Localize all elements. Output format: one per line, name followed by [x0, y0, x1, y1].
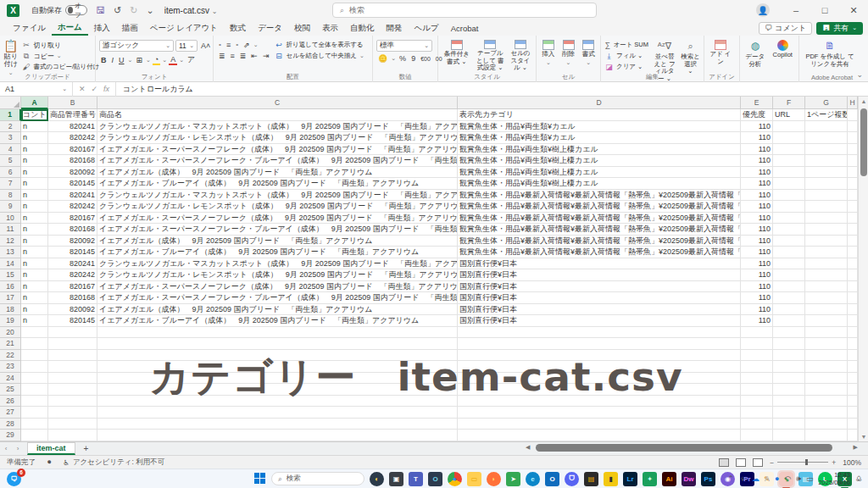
cell-F26[interactable]: [773, 396, 805, 408]
cell-G11[interactable]: [805, 224, 848, 236]
cell-A1[interactable]: コントロールカラム: [21, 109, 48, 121]
cell-A12[interactable]: n: [21, 236, 48, 247]
chat-app-icon[interactable]: 🗨6: [7, 472, 21, 486]
cell-B7[interactable]: 820145: [48, 178, 97, 190]
cell-B4[interactable]: 820167: [48, 144, 97, 156]
row-header-6[interactable]: 6: [0, 167, 21, 179]
blue-dot-icon[interactable]: ●: [775, 474, 779, 483]
undo-icon[interactable]: ↺: [114, 5, 121, 16]
cell-F1[interactable]: URL: [773, 109, 805, 121]
macro-record-icon[interactable]: ⏺: [47, 458, 51, 467]
cell-D2[interactable]: 観賞魚生体・用品¥両生類¥カエル: [458, 121, 741, 133]
cell-F8[interactable]: [773, 190, 805, 202]
orientation-icon[interactable]: ⇗: [242, 41, 252, 49]
cell-B22[interactable]: [48, 350, 97, 362]
cell-A22[interactable]: [21, 350, 48, 362]
cell-E9[interactable]: 110: [741, 201, 773, 213]
row-header-17[interactable]: 17: [0, 292, 21, 304]
cell-C1[interactable]: 商品名: [97, 109, 458, 121]
search-input[interactable]: ⌕ 検索: [332, 3, 597, 18]
cell-G19[interactable]: [805, 315, 848, 327]
row-header-13[interactable]: 13: [0, 247, 21, 258]
row-header-18[interactable]: 18: [0, 304, 21, 316]
cell-B2[interactable]: 820241: [48, 121, 97, 133]
cell-A21[interactable]: [21, 338, 48, 350]
cell-G5[interactable]: [805, 155, 848, 167]
cell-H10[interactable]: [848, 213, 858, 225]
dreamweaver-icon[interactable]: Dw: [682, 472, 696, 486]
cell-G23[interactable]: [805, 361, 848, 373]
cell-A14[interactable]: n: [21, 258, 48, 270]
cell-B25[interactable]: [48, 384, 97, 396]
insert-function-icon[interactable]: fx: [103, 85, 109, 93]
cell-G26[interactable]: [805, 396, 848, 408]
cell-C12[interactable]: イエアメガエル（成体） 9月 202509 国内ブリード 「両生類」アクアリウム: [97, 236, 458, 247]
italic-button[interactable]: I: [110, 56, 116, 64]
column-header-F[interactable]: F: [773, 97, 805, 109]
cell-D5[interactable]: 観賞魚生体・用品¥両生類¥樹上棲カエル: [458, 155, 741, 167]
cell-A28[interactable]: [21, 419, 48, 430]
cell-C20[interactable]: [97, 327, 458, 339]
align-top-icon[interactable]: ⹀: [217, 40, 223, 49]
onedrive-icon[interactable]: ☁: [752, 474, 760, 483]
outlook-icon[interactable]: O: [545, 472, 559, 486]
cell-E16[interactable]: 110: [741, 281, 773, 293]
quick-access-chevron-icon[interactable]: ⌄: [146, 5, 153, 16]
cell-B20[interactable]: [48, 327, 97, 339]
cell-E19[interactable]: 110: [741, 315, 773, 327]
cell-H8[interactable]: [848, 190, 858, 202]
cell-E18[interactable]: 110: [741, 304, 773, 316]
cell-F4[interactable]: [773, 144, 805, 156]
cell-C10[interactable]: イエアメガエル・スーパースノーフレーク（成体） 9月 202509 国内ブリード…: [97, 213, 458, 225]
cell-E15[interactable]: 110: [741, 269, 773, 281]
row-header-28[interactable]: 28: [0, 419, 21, 430]
cell-D16[interactable]: 国別直行便¥日本: [458, 281, 741, 293]
cell-G12[interactable]: [805, 236, 848, 247]
cell-C11[interactable]: イエアメガエル・スーパースノーフレーク・ブルーアイ（成体） 9月 202509 …: [97, 224, 458, 236]
cell-C3[interactable]: クランウェルツノガエル・レモンスポット（成体） 9月 202509 国内ブリード…: [97, 132, 458, 144]
cell-G16[interactable]: [805, 281, 848, 293]
row-header-3[interactable]: 3: [0, 132, 21, 144]
cell-E28[interactable]: [741, 419, 773, 430]
row-header-21[interactable]: 21: [0, 338, 21, 350]
cell-G28[interactable]: [805, 419, 848, 430]
cell-H11[interactable]: [848, 224, 858, 236]
formula-content[interactable]: コントロールカラム: [116, 84, 193, 95]
outdent-icon[interactable]: ⇤: [249, 52, 259, 60]
maximize-button[interactable]: □: [810, 0, 839, 20]
format-cells-button[interactable]: 書式⌄: [580, 38, 597, 72]
cell-G2[interactable]: [805, 121, 848, 133]
cell-A16[interactable]: n: [21, 281, 48, 293]
cell-B28[interactable]: [48, 419, 97, 430]
cut-button[interactable]: ✂切り取り: [21, 40, 99, 50]
cell-A19[interactable]: n: [21, 315, 48, 327]
cell-F2[interactable]: [773, 121, 805, 133]
cell-F20[interactable]: [773, 327, 805, 339]
row-header-9[interactable]: 9: [0, 201, 21, 213]
paste-button[interactable]: 📋 貼り付け⌄: [3, 38, 18, 72]
autosave-switch[interactable]: オフ: [65, 5, 87, 15]
row-header-26[interactable]: 26: [0, 396, 21, 408]
confirm-entry-icon[interactable]: ✓: [92, 85, 98, 93]
cell-G22[interactable]: [805, 350, 848, 362]
bold-button[interactable]: B: [99, 56, 108, 64]
row-header-23[interactable]: 23: [0, 361, 21, 373]
underline-button[interactable]: U: [117, 56, 126, 64]
explorer-icon[interactable]: ▭: [467, 472, 481, 486]
cell-F29[interactable]: [773, 430, 805, 441]
cell-B19[interactable]: 820145: [48, 315, 97, 327]
tab-pagelayout[interactable]: ページ レイアウト: [144, 20, 224, 36]
copilot-button[interactable]: Copilot: [771, 38, 795, 72]
tab-view[interactable]: 表示: [316, 20, 344, 36]
cell-D17[interactable]: 国別直行便¥日本: [458, 292, 741, 304]
cell-D1[interactable]: 表示先カテゴリ: [458, 109, 741, 121]
clear-button[interactable]: ◪クリア ⌄: [604, 62, 648, 72]
borders-icon[interactable]: ⊞: [134, 56, 144, 64]
cell-E21[interactable]: [741, 338, 773, 350]
cell-D13[interactable]: 観賞魚生体・用品¥最新入荷情報¥最新入荷情報「熱帯魚」¥202509最新入荷情報…: [458, 247, 741, 258]
cell-B10[interactable]: 820167: [48, 213, 97, 225]
cell-styles-button[interactable]: セルの スタイル ⌄: [509, 38, 532, 72]
close-button[interactable]: ✕: [839, 0, 868, 20]
cell-B3[interactable]: 820242: [48, 132, 97, 144]
tab-data[interactable]: データ: [252, 20, 288, 36]
